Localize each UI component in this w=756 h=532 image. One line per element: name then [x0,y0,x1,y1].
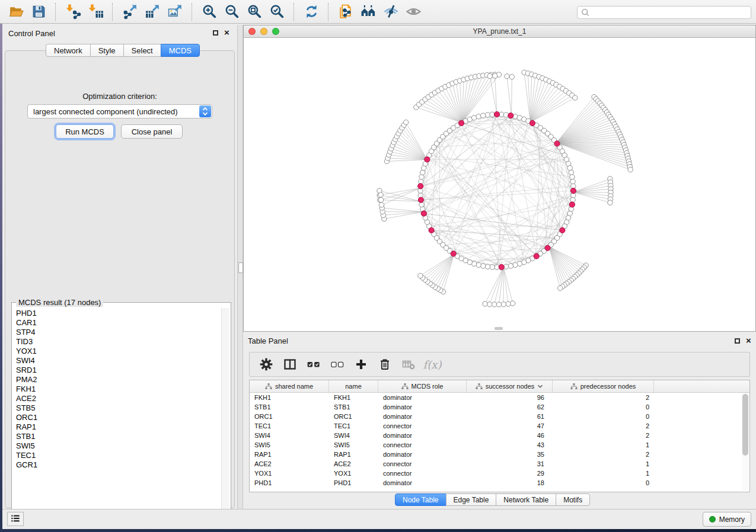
table-scrollbar-thumb[interactable] [742,394,748,456]
run-mcds-button[interactable]: Run MCDS [56,124,114,139]
cell-predecessor-nodes[interactable]: 2 [553,394,654,401]
zoom-in-button[interactable] [199,2,220,22]
memory-button[interactable]: Memory [703,512,751,527]
cell-mcds-role[interactable]: dominator [378,394,467,401]
table-row[interactable]: YOX1YOX1connector291 [250,469,749,478]
column-header-predecessor-nodes[interactable]: predecessor nodes [553,380,654,392]
cell-name[interactable]: PHD1 [329,479,378,486]
mcds-result-item[interactable]: RAP1 [13,422,221,432]
zoom-out-button[interactable] [221,2,243,22]
mcds-result-item[interactable]: STP4 [13,328,221,337]
cell-name[interactable]: FKH1 [329,394,378,401]
panel-splitter[interactable] [237,25,243,509]
table-row[interactable]: RAP1RAP1dominator352 [250,450,749,459]
table-row[interactable]: FKH1FKH1dominator962 [250,393,749,402]
cell-shared-name[interactable]: TEC1 [250,422,329,430]
table-settings-button[interactable] [257,355,276,374]
cell-successor-nodes[interactable]: 29 [467,470,553,477]
cell-shared-name[interactable]: STB1 [250,403,329,411]
network-graph[interactable] [244,38,755,331]
cell-name[interactable]: TEC1 [329,422,378,430]
cell-predecessor-nodes[interactable]: 2 [553,451,654,458]
mcds-result-item[interactable]: ACE2 [13,394,221,403]
cell-shared-name[interactable]: RAP1 [250,451,329,458]
zoom-fit-button[interactable] [244,2,265,22]
cell-successor-nodes[interactable]: 18 [467,479,553,486]
table-row[interactable]: SWI5SWI5connector431 [250,440,749,450]
cell-successor-nodes[interactable]: 96 [467,394,553,401]
table-row[interactable]: TEC1TEC1connector472 [250,421,749,431]
clear-all-checkboxes-button[interactable] [328,355,347,374]
cell-mcds-role[interactable]: dominator [378,451,467,458]
mcds-result-item[interactable]: PMA2 [13,375,221,384]
share-document-button[interactable] [335,2,356,22]
cell-name[interactable]: ACE2 [329,460,378,467]
mcds-result-item[interactable]: SWI4 [13,356,221,366]
hide-selected-button[interactable] [380,2,401,22]
column-header-successor-nodes[interactable]: successor nodes [467,380,553,392]
tab-style[interactable]: Style [90,44,124,57]
criterion-select[interactable]: largest connected component (undirected) [27,104,212,118]
cell-predecessor-nodes[interactable]: 2 [553,422,654,430]
cell-successor-nodes[interactable]: 62 [467,403,553,411]
cell-shared-name[interactable]: ORC1 [250,413,329,420]
cell-predecessor-nodes[interactable]: 0 [553,413,654,420]
close-panel-button[interactable]: Close panel [121,124,183,139]
cell-predecessor-nodes[interactable]: 2 [553,432,654,439]
window-close-light[interactable] [248,28,256,35]
mcds-result-item[interactable]: STB1 [13,432,221,441]
import-network-button[interactable] [62,2,84,22]
column-header-shared-name[interactable]: shared name [250,380,329,392]
cell-successor-nodes[interactable]: 35 [467,451,553,458]
save-session-button[interactable] [28,2,49,22]
cell-mcds-role[interactable]: connector [378,422,467,430]
mcds-result-item[interactable]: YOX1 [13,347,221,356]
mcds-result-item[interactable]: STB5 [13,403,221,413]
tab-network[interactable]: Network [46,44,91,57]
cell-mcds-role[interactable]: dominator [378,413,467,420]
tab-mcds[interactable]: MCDS [161,44,200,57]
canvas-hscroll-thumb[interactable] [495,327,503,330]
cell-mcds-role[interactable]: connector [378,441,467,448]
mcds-result-item[interactable]: FKH1 [13,384,221,394]
cell-shared-name[interactable]: ACE2 [250,460,329,467]
close-table-panel-icon[interactable]: × [746,338,751,344]
open-session-button[interactable] [5,2,27,22]
export-image-button[interactable] [164,2,186,22]
table-row[interactable]: ORC1ORC1dominator610 [250,412,749,421]
cell-successor-nodes[interactable]: 61 [467,413,553,420]
splitter-handle[interactable] [238,262,243,273]
console-button[interactable] [7,512,24,526]
mcds-result-item[interactable]: GCR1 [13,460,221,470]
cell-predecessor-nodes[interactable]: 1 [553,441,654,448]
mcds-result-item[interactable]: SRD1 [13,366,221,375]
float-panel-icon[interactable] [213,30,218,36]
cell-name[interactable]: STB1 [329,403,378,411]
cell-mcds-role[interactable]: dominator [378,479,467,486]
cell-mcds-role[interactable]: dominator [378,403,467,411]
table-row[interactable]: SWI4SWI4dominator462 [250,431,749,440]
mcds-result-item[interactable]: TEC1 [13,451,221,460]
table-scrollbar[interactable] [742,393,749,491]
cell-shared-name[interactable]: PHD1 [250,479,329,486]
cell-name[interactable]: RAP1 [329,451,378,458]
mcds-result-item[interactable]: SWI5 [13,441,221,451]
export-network-button[interactable] [119,2,141,22]
mcds-result-item[interactable]: CAR1 [13,318,221,328]
tab-select[interactable]: Select [123,44,161,57]
tab-edge-table[interactable]: Edge Table [446,493,497,506]
cell-name[interactable]: SWI5 [329,441,378,448]
cell-mcds-role[interactable]: connector [378,460,467,467]
network-canvas[interactable] [244,38,755,331]
cell-shared-name[interactable]: FKH1 [250,394,329,401]
table-row[interactable]: STB1STB1dominator620 [250,402,749,412]
cell-predecessor-nodes[interactable]: 0 [553,403,654,411]
cell-successor-nodes[interactable]: 31 [467,460,553,467]
cell-name[interactable]: YOX1 [329,470,378,477]
float-table-panel-icon[interactable] [735,338,740,344]
window-zoom-light[interactable] [272,28,279,35]
cell-shared-name[interactable]: YOX1 [250,470,329,477]
cell-predecessor-nodes[interactable]: 1 [553,470,654,477]
zoom-selected-button[interactable] [266,2,288,22]
cell-successor-nodes[interactable]: 43 [467,441,553,448]
